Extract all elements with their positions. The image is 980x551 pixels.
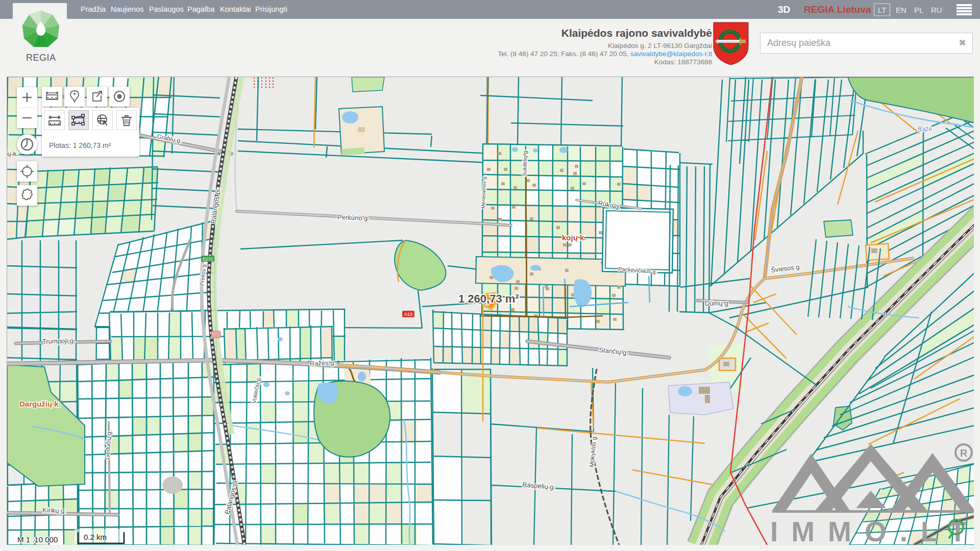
svg-text:Perkūno g.: Perkūno g. — [337, 213, 370, 222]
svg-text:M 1 :10 000: M 1 :10 000 — [17, 535, 58, 544]
svg-text:0.2 km: 0.2 km — [84, 533, 107, 541]
svg-text:Kirikų g.: Kirikų g. — [42, 506, 66, 515]
svg-text:A13: A13 — [404, 312, 412, 317]
svg-text:Dargužių k.: Dargužių k. — [19, 399, 61, 408]
svg-text:R: R — [960, 447, 968, 459]
svg-text:IMMO.LT: IMMO.LT — [770, 516, 974, 545]
svg-text:Mėnesienos g.: Mėnesienos g. — [480, 176, 487, 209]
svg-text:E272: E272 — [203, 257, 213, 262]
svg-text:Sukilėlių g.: Sukilėlių g. — [521, 149, 528, 177]
svg-text:Dūmų g.: Dūmų g. — [705, 299, 730, 307]
svg-text:Ražės g.: Ražės g. — [310, 359, 336, 367]
svg-text:Rąžė: Rąžė — [918, 126, 932, 133]
svg-text:kojų k.: kojų k. — [562, 233, 586, 242]
svg-text:Trumpoji g.: Trumpoji g. — [42, 337, 76, 345]
svg-text:1 260,73 m²: 1 260,73 m² — [458, 292, 519, 305]
